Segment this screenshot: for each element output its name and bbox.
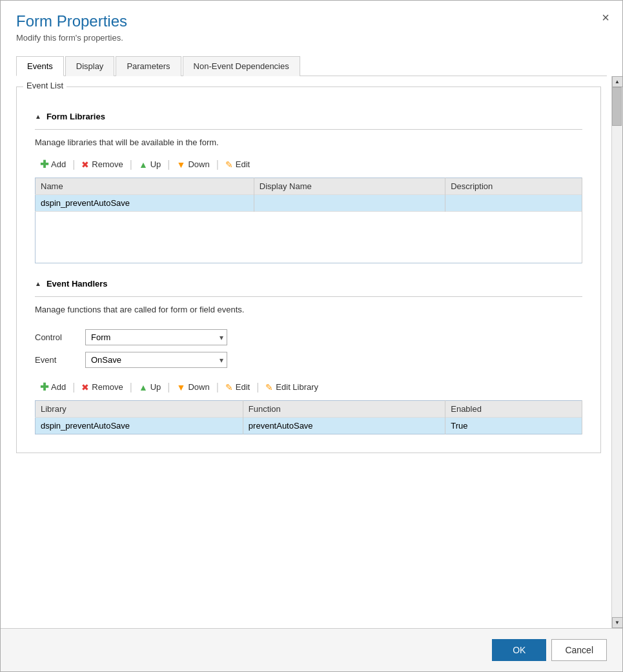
scrollbar[interactable]: ▲ ▼ [611, 76, 622, 628]
handlers-edit-library-button[interactable]: ✎ Edit Library [260, 380, 323, 394]
handlers-up-icon: ▲ [139, 382, 148, 392]
handlers-edit-lib-icon: ✎ [265, 382, 273, 392]
tab-parameters[interactable]: Parameters [116, 56, 181, 76]
event-select[interactable]: OnSave [85, 352, 227, 368]
tab-events[interactable]: Events [16, 56, 64, 76]
libraries-remove-button[interactable]: ✖ Remove [76, 158, 128, 172]
handlers-edit-icon: ✎ [225, 382, 233, 392]
libraries-add-label: Add [51, 159, 66, 169]
down-icon: ▼ [177, 159, 186, 170]
libraries-toolbar: ✚ Add | ✖ Remove | ▲ Up [27, 154, 590, 178]
up-icon: ▲ [139, 159, 148, 170]
event-label: Event [35, 355, 80, 365]
lib-col-name: Name [36, 178, 254, 195]
handlers-edit-button[interactable]: ✎ Edit [220, 380, 255, 394]
handlers-edit-library-label: Edit Library [276, 382, 318, 392]
libraries-table: Name Display Name Description dspin_prev… [35, 178, 582, 263]
handlers-divider [35, 296, 582, 297]
libraries-down-button[interactable]: ▼ Down [172, 158, 215, 172]
scrollbar-up-arrow[interactable]: ▲ [612, 76, 623, 87]
ok-button[interactable]: OK [492, 639, 546, 661]
collapse-arrow-libraries: ▲ [35, 113, 41, 120]
form-libraries-title: Form Libraries [46, 112, 105, 121]
dialog-subtitle: Modify this form's properties. [16, 33, 607, 43]
event-list-section: Event List ▲ Form Libraries Manage libra… [16, 87, 601, 453]
event-handlers-block: ▲ Event Handlers Manage functions that a… [27, 274, 590, 434]
form-libraries-block: ▲ Form Libraries Manage libraries that w… [27, 107, 590, 263]
sep4: | [215, 159, 220, 170]
libraries-add-button[interactable]: ✚ Add [35, 156, 71, 172]
libraries-edit-button[interactable]: ✎ Edit [220, 158, 255, 172]
hsep3: | [166, 382, 171, 393]
libraries-down-label: Down [188, 159, 209, 169]
handlers-table: Library Function Enabled dspin_preventAu… [35, 400, 582, 434]
scrollbar-thumb[interactable] [612, 87, 622, 126]
hsep1: | [71, 382, 76, 393]
hsep5: | [255, 382, 260, 393]
dialog: Form Properties Modify this form's prope… [0, 0, 623, 672]
lib-row-display [254, 195, 445, 212]
hsep4: | [215, 382, 220, 393]
event-handlers-title: Event Handlers [46, 279, 108, 289]
handlers-remove-label: Remove [92, 382, 123, 392]
handler-col-enabled: Enabled [445, 401, 582, 418]
libraries-description: Manage libraries that will be available … [27, 137, 590, 154]
tab-display[interactable]: Display [65, 56, 115, 76]
dialog-body: Event List ▲ Form Libraries Manage libra… [1, 76, 622, 628]
scrollbar-thumb-area [612, 87, 622, 617]
remove-icon: ✖ [81, 159, 89, 170]
dialog-header: Form Properties Modify this form's prope… [1, 1, 622, 49]
handlers-edit-label: Edit [236, 382, 250, 392]
dialog-title: Form Properties [16, 12, 607, 30]
handlers-add-label: Add [51, 382, 66, 392]
table-row-empty [36, 212, 582, 263]
handler-col-function: Function [243, 401, 445, 418]
event-row: Event OnSave [27, 349, 590, 371]
handlers-remove-button[interactable]: ✖ Remove [76, 380, 128, 394]
handlers-up-button[interactable]: ▲ Up [134, 380, 166, 394]
form-libraries-header[interactable]: ▲ Form Libraries [27, 107, 590, 127]
handlers-down-button[interactable]: ▼ Down [172, 380, 215, 394]
handlers-add-button[interactable]: ✚ Add [35, 379, 71, 395]
dialog-footer: OK Cancel [1, 628, 622, 671]
libraries-edit-label: Edit [236, 159, 250, 169]
handlers-remove-icon: ✖ [81, 382, 89, 392]
section-inner: ▲ Form Libraries Manage libraries that w… [17, 94, 600, 453]
handler-row-library: dspin_preventAutoSave [36, 418, 243, 434]
table-row[interactable]: dspin_preventAutoSave preventAutoSave Tr… [36, 418, 582, 434]
handlers-add-icon: ✚ [40, 381, 48, 393]
lib-col-display: Display Name [254, 178, 445, 195]
close-button[interactable]: × [602, 11, 609, 24]
lib-col-desc: Description [445, 178, 582, 195]
control-label: Control [35, 332, 80, 342]
handlers-toolbar: ✚ Add | ✖ Remove | ▲ Up [27, 376, 590, 400]
hsep2: | [128, 382, 134, 393]
libraries-up-label: Up [150, 159, 161, 169]
collapse-arrow-handlers: ▲ [35, 280, 41, 287]
lib-row-desc [445, 195, 582, 212]
table-row[interactable]: dspin_preventAutoSave [36, 195, 582, 212]
control-select[interactable]: Form [85, 329, 227, 345]
handler-row-function: preventAutoSave [243, 418, 445, 434]
sep2: | [128, 159, 134, 170]
scrollbar-down-arrow[interactable]: ▼ [612, 617, 623, 628]
tabs-bar: Events Display Parameters Non-Event Depe… [16, 56, 607, 76]
tab-non-event[interactable]: Non-Event Dependencies [183, 56, 300, 76]
handlers-down-label: Down [188, 382, 209, 392]
add-icon: ✚ [40, 158, 48, 170]
control-select-wrapper: Form [85, 329, 227, 345]
event-list-legend: Event List [23, 81, 66, 90]
cancel-button[interactable]: Cancel [551, 639, 607, 661]
control-row: Control Form [27, 326, 590, 349]
event-handlers-header[interactable]: ▲ Event Handlers [27, 274, 590, 294]
handlers-up-label: Up [150, 382, 161, 392]
sep3: | [166, 159, 171, 170]
libraries-up-button[interactable]: ▲ Up [134, 158, 166, 172]
handlers-description: Manage functions that are called for for… [27, 305, 590, 321]
handler-col-library: Library [36, 401, 243, 418]
handler-row-enabled: True [445, 418, 582, 434]
lib-row-name: dspin_preventAutoSave [36, 195, 254, 212]
libraries-remove-label: Remove [92, 159, 123, 169]
event-select-wrapper: OnSave [85, 352, 227, 368]
sep1: | [71, 159, 76, 170]
